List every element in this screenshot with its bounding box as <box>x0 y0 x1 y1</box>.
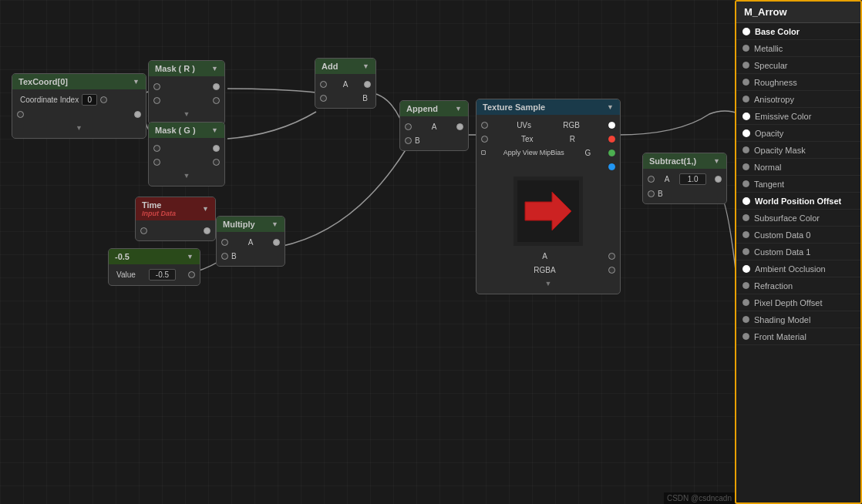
panel-item-base-color[interactable]: Base Color <box>736 23 860 40</box>
mask-r-in2 <box>153 97 160 104</box>
panel-item-emissive-color[interactable]: Emissive Color <box>736 108 860 125</box>
panel-item-tangent[interactable]: Tangent <box>736 176 860 193</box>
panel-label-2: Specular <box>754 61 787 70</box>
time-title: Time <box>142 200 176 210</box>
subtract-title: Subtract(1,) <box>649 156 696 166</box>
tex-out-g-label: G <box>584 149 591 157</box>
append-label-a: A <box>432 123 437 131</box>
mask-r-chevron[interactable]: ▼ <box>211 65 218 72</box>
texcoord-chevron[interactable]: ▼ <box>133 78 140 86</box>
tex-mip-row: Apply View MipBias G <box>476 146 620 160</box>
panel-item-shading-model[interactable]: Shading Model <box>736 311 860 328</box>
panel-item-normal[interactable]: Normal <box>736 159 860 176</box>
panel-item-refraction[interactable]: Refraction <box>736 277 860 294</box>
tex-label-uvs: UVs <box>517 121 531 129</box>
constant-val-row: Value -0.5 <box>109 267 200 282</box>
append-header[interactable]: Append ▼ <box>400 101 468 116</box>
panel-item-ambient-occlusion[interactable]: Ambient Occlusion <box>736 260 860 277</box>
subtract-a-row: A 1.0 <box>643 172 726 186</box>
tex-in-tex <box>481 136 488 143</box>
add-header[interactable]: Add ▼ <box>315 59 375 74</box>
constant-val-input[interactable]: -0.5 <box>149 269 176 281</box>
material-panel: M_Arrow Base ColorMetallicSpecularRoughn… <box>735 0 862 504</box>
panel-item-roughness[interactable]: Roughness <box>736 74 860 91</box>
panel-item-metallic[interactable]: Metallic <box>736 40 860 57</box>
texcoord-pins-row <box>12 107 146 121</box>
subtract-chevron[interactable]: ▼ <box>713 157 720 165</box>
mask-r-header[interactable]: Mask ( R ) ▼ <box>149 61 224 76</box>
texcoord-header[interactable]: TexCoord[0] ▼ <box>12 74 146 89</box>
panel-pin-9 <box>742 180 749 187</box>
panel-item-custom-data-1[interactable]: Custom Data 1 <box>736 244 860 260</box>
panel-pin-14 <box>742 265 750 273</box>
mask-g-header[interactable]: Mask ( G ) ▼ <box>149 123 224 138</box>
append-title: Append <box>406 104 438 113</box>
texcoord-node: TexCoord[0] ▼ Coordinate Index 0 ▼ <box>12 73 146 139</box>
panel-item-opacity-mask[interactable]: Opacity Mask <box>736 142 860 159</box>
append-in-a <box>405 123 412 130</box>
panel-pin-10 <box>742 197 750 205</box>
add-row-b: B <box>315 91 375 105</box>
multiply-title: Multiply <box>223 220 255 229</box>
texture-sample-node: Texture Sample ▼ UVs RGB Tex R Apply Vie… <box>476 99 621 294</box>
panel-pin-0 <box>742 28 750 35</box>
mask-r-in <box>153 83 160 90</box>
panel-pin-6 <box>742 129 750 137</box>
subtract-label-b: B <box>658 190 663 198</box>
time-pins-row <box>136 223 215 237</box>
panel-item-specular[interactable]: Specular <box>736 57 860 74</box>
panel-pin-7 <box>742 146 749 153</box>
panel-item-front-material[interactable]: Front Material <box>736 328 860 345</box>
append-node: Append ▼ A B <box>399 100 469 151</box>
multiply-chevron[interactable]: ▼ <box>271 220 278 228</box>
texture-header[interactable]: Texture Sample ▼ <box>476 99 620 115</box>
tex-out-a <box>608 253 615 260</box>
append-chevron[interactable]: ▼ <box>455 105 462 113</box>
multiply-label-a: A <box>248 238 254 247</box>
time-chevron[interactable]: ▼ <box>202 205 209 213</box>
constant-chevron[interactable]: ▼ <box>187 253 194 260</box>
coord-value[interactable]: 0 <box>82 94 97 106</box>
tex-uvs-row: UVs RGB <box>476 118 620 132</box>
time-header[interactable]: Time Input Data ▼ <box>136 197 215 220</box>
subtract-header[interactable]: Subtract(1,) ▼ <box>643 153 726 169</box>
tex-out-rgb <box>608 122 615 129</box>
mask-g-chevron-row: ▼ <box>149 169 224 183</box>
constant-pin <box>188 271 195 278</box>
texture-title: Texture Sample <box>483 102 545 112</box>
constant-header[interactable]: -0.5 ▼ <box>109 249 200 264</box>
texcoord-title: TexCoord[0] <box>19 77 68 86</box>
subtract-node: Subtract(1,) ▼ A 1.0 B <box>642 153 727 204</box>
texture-chevron[interactable]: ▼ <box>607 103 614 111</box>
panel-item-pixel-depth-offset[interactable]: Pixel Depth Offset <box>736 294 860 311</box>
panel-item-custom-data-0[interactable]: Custom Data 0 <box>736 227 860 244</box>
time-in <box>140 227 147 234</box>
coord-label: Coordinate Index <box>20 96 79 104</box>
mask-r-title: Mask ( R ) <box>155 64 195 73</box>
mask-g-chevron[interactable]: ▼ <box>211 126 218 134</box>
panel-items-list: Base ColorMetallicSpecularRoughnessAniso… <box>736 23 860 345</box>
panel-pin-1 <box>742 45 749 52</box>
multiply-a-row: A <box>217 235 285 249</box>
panel-item-world-position-offset[interactable]: World Position Offset <box>736 193 860 210</box>
panel-label-7: Opacity Mask <box>754 146 806 155</box>
panel-label-10: World Position Offset <box>755 197 841 206</box>
panel-label-1: Metallic <box>754 44 783 53</box>
panel-item-anisotropy[interactable]: Anisotropy <box>736 91 860 108</box>
subtract-label-a: A <box>665 175 670 183</box>
panel-pin-17 <box>742 316 749 323</box>
panel-item-subsurface-color[interactable]: Subsurface Color <box>736 210 860 227</box>
panel-pin-11 <box>742 214 749 221</box>
subtract-in-a <box>648 176 655 183</box>
mask-g-pins2 <box>149 155 224 169</box>
constant-title: -0.5 <box>115 252 130 261</box>
time-node: Time Input Data ▼ <box>135 197 216 241</box>
panel-label-6: Opacity <box>755 129 783 138</box>
subtract-val-a[interactable]: 1.0 <box>679 173 706 185</box>
multiply-header[interactable]: Multiply ▼ <box>217 217 285 232</box>
add-chevron[interactable]: ▼ <box>362 62 369 70</box>
tex-rgba-row: RGBA <box>476 263 620 277</box>
multiply-in-a <box>221 239 228 246</box>
mask-g-out <box>213 145 220 152</box>
panel-item-opacity[interactable]: Opacity <box>736 125 860 142</box>
